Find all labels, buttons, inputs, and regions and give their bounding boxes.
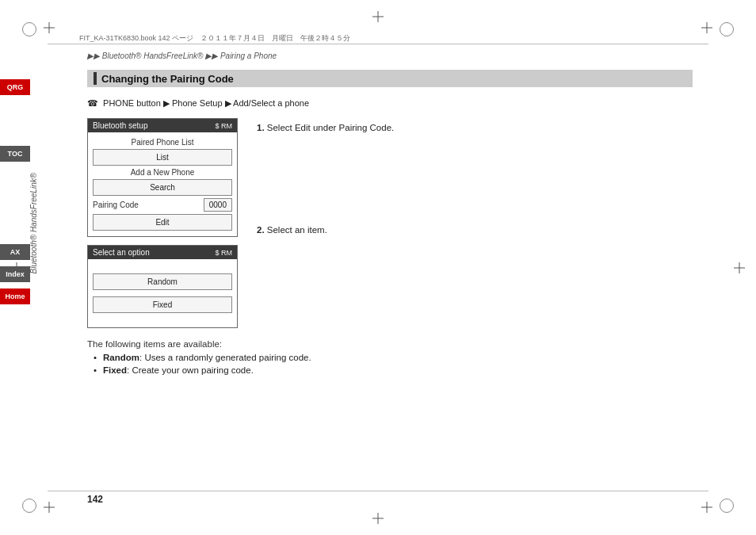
screen1-body: Paired Phone List List Add a New Phone S… <box>88 132 237 236</box>
sidebar-tab-index[interactable]: Index <box>0 266 30 282</box>
screen1-title: Bluetooth setup <box>93 121 148 130</box>
header-divider <box>48 44 708 44</box>
bullet-intro: The following items are available: <box>87 339 693 349</box>
section-header-bar <box>94 72 97 85</box>
breadcrumb: ▶▶ Bluetooth® HandsFreeLink® ▶▶ Pairing … <box>87 52 693 60</box>
reg-mark-tm <box>372 11 384 22</box>
sidebar-tab-toc[interactable]: TOC <box>0 146 30 162</box>
corner-tr <box>720 22 734 36</box>
screen1-signal: $ RM <box>215 122 232 130</box>
reg-mark-bm <box>372 513 384 524</box>
screens-column: Bluetooth setup $ RM Paired Phone List L… <box>87 118 238 328</box>
reg-mark-tl <box>44 22 55 33</box>
sidebar-tab-ax[interactable]: AX <box>0 244 30 260</box>
screen2-btn-random: Random <box>93 273 232 290</box>
main-content: ▶▶ Bluetooth® HandsFreeLink® ▶▶ Pairing … <box>87 52 693 483</box>
bullet-random-bold: Random <box>103 353 139 362</box>
screen2-titlebar: Select an option $ RM <box>88 246 237 259</box>
step2-number: 2. <box>257 225 265 235</box>
header-text: FIT_KA-31TK6830.book 142 ページ ２０１１年７月４日 月… <box>79 33 350 44</box>
screen1-pairing-row: Pairing Code 0000 <box>93 198 232 212</box>
reg-mark-br <box>701 502 712 513</box>
section-title: Changing the Pairing Code <box>101 73 234 85</box>
page-number: 142 <box>87 494 103 505</box>
footer-divider <box>48 491 708 491</box>
bullet-list: Random: Uses a randomly generated pairin… <box>87 353 693 375</box>
bullet-fixed-bold: Fixed <box>103 365 127 375</box>
bullet-item-fixed: Fixed: Create your own pairing code. <box>94 365 693 375</box>
screen1-btn-search: Search <box>93 179 232 196</box>
sidebar-tab-home[interactable]: Home <box>0 289 30 304</box>
section-header: Changing the Pairing Code <box>87 70 693 87</box>
corner-tl <box>22 22 36 36</box>
corner-bl <box>22 499 36 513</box>
bullet-random-text: : Uses a randomly generated pairing code… <box>139 353 311 362</box>
screen1-titlebar: Bluetooth setup $ RM <box>88 119 237 132</box>
screen1-pairing-label: Pairing Code <box>93 201 200 209</box>
screen1-btn-edit: Edit <box>93 214 232 231</box>
instruction-line: ☎ PHONE button ▶ Phone Setup ▶ Add/Selec… <box>87 98 693 109</box>
screen2-btn-fixed: Fixed <box>93 296 232 313</box>
sidebar-rotated-label: Bluetooth® HandsFreeLink® <box>29 173 38 274</box>
screen1-item-addnew-label: Add a New Phone <box>93 168 232 177</box>
step1-text: Select Edit under Pairing Code. <box>267 123 394 132</box>
screen1-btn-list: List <box>93 149 232 166</box>
bullet-section: The following items are available: Rando… <box>87 339 693 375</box>
phone-icon: ☎ <box>87 98 98 109</box>
reg-mark-bl <box>44 502 55 513</box>
reg-mark-tr <box>701 22 712 33</box>
reg-mark-mr <box>734 262 745 273</box>
screen1-mockup: Bluetooth setup $ RM Paired Phone List L… <box>87 118 238 237</box>
step1-number: 1. <box>257 123 265 132</box>
sidebar: QRG TOC AX Index Home <box>0 79 48 304</box>
screen2-body: Random Fixed <box>88 259 237 327</box>
screen1-item-paired-label: Paired Phone List <box>93 138 232 147</box>
corner-br <box>720 499 734 513</box>
steps-column: 1. Select Edit under Pairing Code. 2. Se… <box>257 118 693 328</box>
step1: 1. Select Edit under Pairing Code. <box>257 118 693 135</box>
step2: 2. Select an item. <box>257 220 693 237</box>
content-columns: Bluetooth setup $ RM Paired Phone List L… <box>87 118 693 328</box>
sidebar-tab-qrg[interactable]: QRG <box>0 79 30 95</box>
step2-text: Select an item. <box>267 225 327 235</box>
bullet-fixed-text: : Create your own pairing code. <box>127 365 254 375</box>
screen1-pairing-value: 0000 <box>204 198 232 212</box>
screen2-mockup: Select an option $ RM Random Fixed <box>87 245 238 328</box>
screen2-signal: $ RM <box>215 249 232 257</box>
screen2-title: Select an option <box>93 248 150 257</box>
bullet-item-random: Random: Uses a randomly generated pairin… <box>94 353 693 362</box>
